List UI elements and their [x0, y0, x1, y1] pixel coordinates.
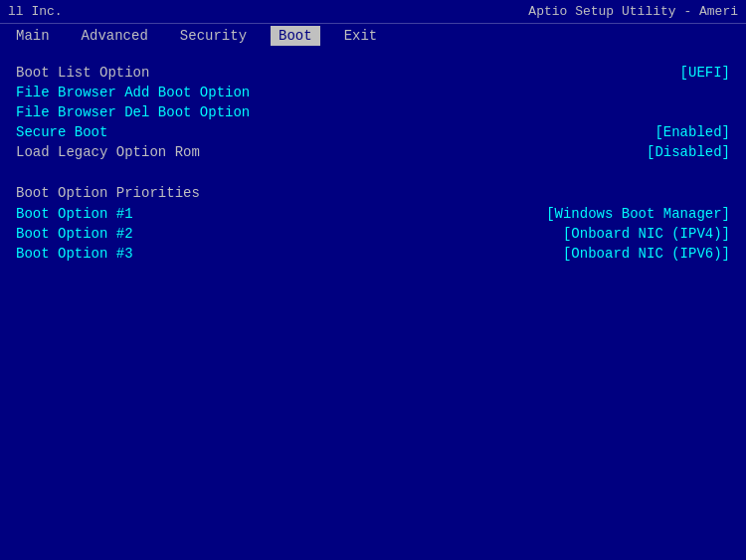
boot-list-option-row[interactable]: Boot List Option [UEFI] — [16, 64, 730, 82]
file-browser-add-row[interactable]: File Browser Add Boot Option — [16, 84, 730, 101]
top-bar: ll Inc. Aptio Setup Utility - Ameri — [0, 0, 746, 23]
nav-boot[interactable]: Boot — [271, 26, 320, 46]
top-bar-left: ll Inc. — [8, 4, 63, 19]
secure-boot-value: [Enabled] — [654, 124, 730, 140]
boot-option-2-row[interactable]: Boot Option #2 [Onboard NIC (IPV4)] — [16, 225, 730, 243]
file-browser-add-label: File Browser Add Boot Option — [16, 85, 250, 100]
boot-option-3-label: Boot Option #3 — [16, 246, 133, 262]
file-browser-del-row[interactable]: File Browser Del Boot Option — [16, 103, 730, 121]
boot-option-1-label: Boot Option #1 — [16, 206, 133, 222]
boot-option-2-value: [Onboard NIC (IPV4)] — [563, 226, 730, 242]
load-legacy-value: [Disabled] — [647, 144, 730, 160]
nav-bar: Main Advanced Security Boot Exit — [0, 23, 746, 48]
nav-main[interactable]: Main — [8, 26, 58, 46]
spacer-1 — [16, 163, 730, 171]
boot-option-3-row[interactable]: Boot Option #3 [Onboard NIC (IPV6)] — [16, 245, 730, 263]
load-legacy-row[interactable]: Load Legacy Option Rom [Disabled] — [16, 143, 730, 161]
file-browser-del-label: File Browser Del Boot Option — [16, 104, 250, 120]
boot-option-3-value: [Onboard NIC (IPV6)] — [563, 246, 730, 262]
top-bar-right: Aptio Setup Utility - Ameri — [528, 4, 738, 19]
boot-option-1-row[interactable]: Boot Option #1 [Windows Boot Manager] — [16, 205, 730, 223]
load-legacy-label: Load Legacy Option Rom — [16, 144, 200, 160]
boot-list-option-value: [UEFI] — [680, 65, 730, 81]
nav-advanced[interactable]: Advanced — [74, 26, 156, 46]
secure-boot-row[interactable]: Secure Boot [Enabled] — [16, 123, 730, 141]
boot-option-priorities-header: Boot Option Priorities — [16, 185, 730, 201]
secure-boot-label: Secure Boot — [16, 124, 107, 140]
nav-security[interactable]: Security — [172, 26, 255, 46]
boot-list-option-label: Boot List Option — [16, 65, 149, 81]
boot-option-1-value: [Windows Boot Manager] — [546, 206, 730, 222]
boot-option-2-label: Boot Option #2 — [16, 226, 133, 242]
nav-exit[interactable]: Exit — [336, 26, 386, 46]
content-area: Boot List Option [UEFI] File Browser Add… — [0, 48, 746, 280]
